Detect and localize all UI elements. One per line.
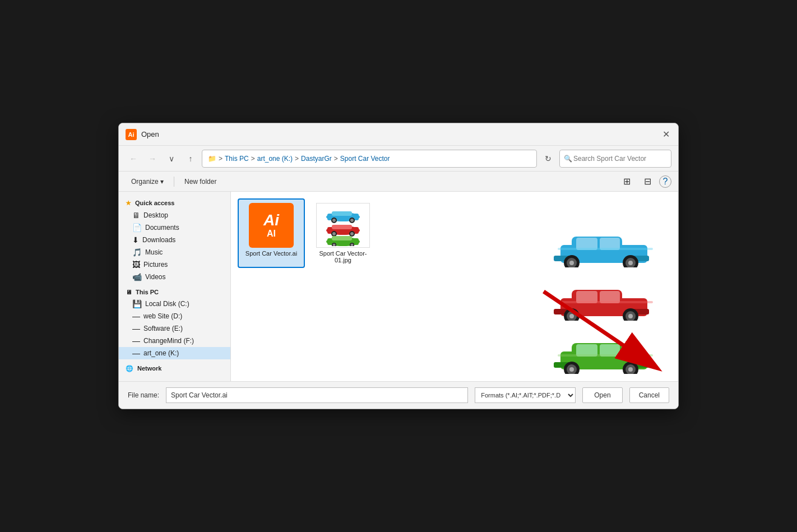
help-button[interactable]: ? <box>659 175 671 188</box>
svg-point-32 <box>628 261 633 265</box>
desktop-label: Desktop <box>143 211 168 219</box>
sidebar-item-changemind-f[interactable]: — ChangeMind (F:) <box>119 335 230 347</box>
svg-rect-16 <box>332 236 352 240</box>
address-path[interactable]: 📁 > This PC > art_one (K:) > DastyarGr >… <box>202 150 537 168</box>
path-sport-car-vector[interactable]: Sport Car Vector <box>340 155 390 163</box>
sidebar-section-this-pc: 🖥 This PC 💾 Local Disk (C:) — web Site (… <box>119 285 230 359</box>
website-d-label: web Site (D:) <box>143 312 182 320</box>
path-separator-2: > <box>295 155 299 163</box>
file-item-ai[interactable]: Ai AI Sport Car Vector.ai <box>238 198 305 268</box>
changemind-f-label: ChangeMind (F:) <box>143 337 194 345</box>
up-button[interactable]: ↑ <box>183 151 198 166</box>
network-header[interactable]: 🌐 Network <box>119 362 230 374</box>
music-icon: 🎵 <box>132 248 142 257</box>
videos-icon: 📹 <box>132 272 142 281</box>
sidebar-section-quick-access: ★ Quick access 🖥 Desktop 📄 Documents ⬇ D… <box>119 196 230 283</box>
ai-file-label: Sport Car Vector.ai <box>245 250 297 257</box>
dropdown-button[interactable]: ∨ <box>164 151 179 166</box>
path-separator-1: > <box>251 155 255 163</box>
title-bar-left: Ai Open <box>126 129 159 140</box>
sidebar: ★ Quick access 🖥 Desktop 📄 Documents ⬇ D… <box>119 192 231 381</box>
path-separator-0: > <box>219 155 223 163</box>
music-label: Music <box>145 248 163 256</box>
svg-line-61 <box>544 292 656 367</box>
jpg-file-label: Sport Car Vector-01.jpg <box>314 250 372 263</box>
address-bar: ← → ∨ ↑ 📁 > This PC > art_one (K:) > Das… <box>119 146 678 172</box>
toolbar: Organize ▾ New folder ⊞ ⊟ ? <box>119 172 678 192</box>
close-button[interactable]: ✕ <box>660 129 671 140</box>
pictures-icon: 🖼 <box>132 260 140 269</box>
cancel-button[interactable]: Cancel <box>629 387 669 403</box>
sidebar-item-downloads[interactable]: ⬇ Downloads <box>119 234 230 246</box>
svg-point-13 <box>350 232 354 235</box>
website-d-icon: — <box>132 312 140 321</box>
sidebar-item-pictures[interactable]: 🖼 Pictures <box>119 258 230 271</box>
path-folder-icon: 📁 <box>208 155 216 163</box>
sidebar-item-music[interactable]: 🎵 Music <box>119 246 230 258</box>
documents-label: Documents <box>145 224 179 232</box>
software-e-label: Software (E:) <box>143 325 183 332</box>
red-arrow <box>499 280 678 381</box>
downloads-label: Downloads <box>142 236 175 244</box>
jpg-file-thumb <box>316 203 370 248</box>
changemind-f-icon: — <box>132 336 140 345</box>
organize-button[interactable]: Organize ▾ <box>126 177 169 187</box>
sidebar-item-software-e[interactable]: — Software (E:) <box>119 322 230 335</box>
software-e-icon: — <box>132 324 140 333</box>
local-c-label: Local Disk (C:) <box>145 300 189 308</box>
filename-label: File name: <box>128 391 159 399</box>
refresh-button[interactable]: ↻ <box>540 151 556 166</box>
title-bar: Ai Open ✕ <box>119 123 678 146</box>
sidebar-item-desktop[interactable]: 🖥 Desktop <box>119 209 230 221</box>
path-dastyargr[interactable]: DastyarGr <box>301 155 332 163</box>
videos-label: Videos <box>145 273 165 281</box>
sidebar-item-local-c[interactable]: 💾 Local Disk (C:) <box>119 298 230 310</box>
ai-file-icon: Ai AI <box>249 203 294 248</box>
this-pc-header[interactable]: 🖥 This PC <box>119 285 230 298</box>
art-one-k-icon: — <box>132 349 140 358</box>
file-item-jpg[interactable]: Sport Car Vector-01.jpg <box>309 198 377 268</box>
svg-point-11 <box>332 232 336 235</box>
filename-input[interactable] <box>166 387 468 403</box>
format-dropdown[interactable]: Formats (*.AI;*.AIT;*.PDF;*.D <box>475 387 576 403</box>
svg-point-29 <box>569 261 574 265</box>
sidebar-item-art-one-k[interactable]: — art_one (K:) <box>119 347 230 359</box>
new-folder-button[interactable]: New folder <box>179 177 222 187</box>
local-c-icon: 💾 <box>132 299 142 308</box>
back-button[interactable]: ← <box>126 151 141 166</box>
art-one-k-label: art_one (K:) <box>143 349 179 357</box>
forward-button[interactable]: → <box>145 151 160 166</box>
svg-point-4 <box>332 219 336 222</box>
preview-car-blue <box>544 225 667 267</box>
quick-access-header[interactable]: ★ Quick access <box>119 196 230 209</box>
downloads-icon: ⬇ <box>132 235 139 244</box>
path-separator-3: > <box>334 155 338 163</box>
search-input[interactable] <box>559 150 671 168</box>
jpg-thumb-img <box>316 203 370 248</box>
dialog-title: Open <box>141 130 159 138</box>
main-content: ★ Quick access 🖥 Desktop 📄 Documents ⬇ D… <box>119 192 678 381</box>
quick-access-star-icon: ★ <box>126 200 131 206</box>
pictures-label: Pictures <box>143 261 168 269</box>
file-area: Ai AI Sport Car Vector.ai <box>231 192 678 381</box>
app-icon: Ai <box>126 129 137 140</box>
pane-button[interactable]: ⊟ <box>638 175 657 188</box>
sidebar-item-videos[interactable]: 📹 Videos <box>119 271 230 283</box>
sidebar-item-documents[interactable]: 📄 Documents <box>119 221 230 234</box>
bottom-bar: File name: Formats (*.AI;*.AIT;*.PDF;*.D… <box>119 381 678 409</box>
ai-file-thumb: Ai AI <box>244 203 298 248</box>
path-art-one[interactable]: art_one (K:) <box>257 155 293 163</box>
sidebar-item-website-d[interactable]: — web Site (D:) <box>119 310 230 322</box>
view-button[interactable]: ⊞ <box>618 175 636 188</box>
desktop-icon: 🖥 <box>132 211 140 220</box>
documents-icon: 📄 <box>132 223 142 232</box>
open-dialog: Ai Open ✕ ← → ∨ ↑ 📁 > This PC > art_one … <box>118 123 679 409</box>
svg-rect-2 <box>332 211 352 216</box>
search-icon: 🔍 <box>564 155 572 163</box>
open-button[interactable]: Open <box>582 387 622 403</box>
svg-rect-33 <box>558 248 653 250</box>
path-this-pc[interactable]: This PC <box>225 155 249 163</box>
svg-point-6 <box>350 219 354 222</box>
network-icon: 🌐 <box>126 365 133 372</box>
sidebar-section-network: 🌐 Network <box>119 362 230 374</box>
